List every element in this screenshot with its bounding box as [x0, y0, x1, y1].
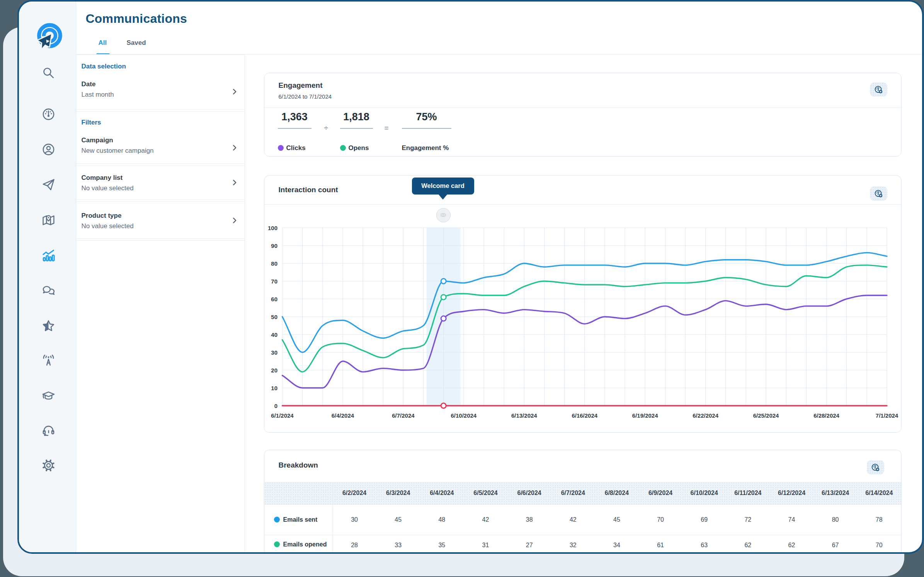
- breakdown-header-row: 6/2/20246/3/20246/4/20246/5/20246/6/2024…: [264, 482, 901, 505]
- breakdown-value-cell: 45: [376, 505, 420, 535]
- sidebar-item-settings[interactable]: [41, 458, 56, 473]
- breakdown-corner-cell: [264, 482, 333, 504]
- x-tick-label: 6/28/2024: [813, 412, 839, 419]
- stat-label: Engagement %: [402, 144, 449, 152]
- x-tick-label: 6/10/2024: [451, 412, 476, 419]
- breakdown-column-header: 6/3/2024: [376, 482, 420, 504]
- page-title: Communications: [86, 12, 187, 26]
- stat-label: Clicks: [286, 144, 306, 152]
- engagement-card: Engagement 6/1/2024 to 7/1/2024 1,: [264, 73, 902, 157]
- chevron-right-icon[interactable]: [230, 87, 239, 96]
- breakdown-row: Emails opened28333531273234616362626770: [264, 535, 901, 554]
- breakdown-value-cell: 62: [770, 535, 813, 554]
- chevron-right-icon[interactable]: [230, 143, 239, 152]
- opens-dot: [340, 145, 346, 151]
- filter-value: New customer campaign: [82, 147, 154, 155]
- breakdown-value-cell: 70: [857, 535, 901, 554]
- tab-all[interactable]: All: [99, 39, 107, 47]
- y-tick-label: 80: [271, 260, 277, 266]
- sidebar-item-conversations[interactable]: [41, 283, 56, 299]
- breakdown-value-cell: 69: [682, 505, 726, 535]
- breakdown-column-header: 6/7/2024: [551, 482, 595, 504]
- sidebar-item-broadcast[interactable]: [41, 353, 56, 369]
- tab-saved[interactable]: Saved: [127, 39, 146, 47]
- breakdown-column-header: 6/10/2024: [682, 482, 726, 504]
- breakdown-value-cell: 74: [770, 505, 813, 535]
- section-heading: Filters: [82, 119, 101, 126]
- equals-operator: =: [385, 124, 389, 132]
- annotation-icon-circle[interactable]: [436, 208, 451, 222]
- envelope-icon: [440, 212, 447, 219]
- sidebar-item-contacts[interactable]: [41, 142, 56, 157]
- sidebar-item-academy[interactable]: [41, 388, 56, 404]
- filters-panel: Data selection Date Last month Filters C…: [76, 55, 245, 554]
- stat-underline: [278, 128, 311, 129]
- divide-operator: ÷: [324, 124, 328, 132]
- x-tick-label: 6/19/2024: [632, 412, 658, 419]
- breakdown-value-cell: 38: [507, 505, 551, 535]
- y-tick-label: 60: [271, 295, 277, 302]
- series-dot: [274, 541, 280, 547]
- y-tick-label: 90: [271, 242, 277, 249]
- x-tick-label: 6/4/2024: [331, 412, 354, 419]
- breakdown-value-cell: 42: [464, 505, 507, 535]
- row-label: Emails sent: [283, 516, 318, 523]
- breakdown-row-label-cell: Emails opened: [264, 535, 333, 554]
- breakdown-value-cell: 62: [726, 535, 770, 554]
- breakdown-column-header: 6/6/2024: [507, 482, 551, 504]
- filter-product-type[interactable]: Product type No value selected: [76, 201, 245, 239]
- sidebar-item-support[interactable]: [41, 423, 56, 439]
- sidebar-item-analytics[interactable]: [41, 248, 56, 263]
- sidebar-item-map[interactable]: [41, 213, 56, 228]
- app-logo[interactable]: [35, 22, 63, 51]
- breakdown-value-cell: 28: [333, 535, 376, 554]
- breakdown-value-cell: 70: [638, 505, 682, 535]
- card-subtitle: 6/1/2024 to 7/1/2024: [279, 93, 332, 100]
- sidebar-item-favorites[interactable]: [41, 318, 56, 334]
- chevron-right-icon[interactable]: [230, 216, 239, 225]
- series-marker: [441, 294, 446, 299]
- breakdown-value-cell: 33: [376, 535, 420, 554]
- y-tick-label: 50: [271, 313, 277, 320]
- card-title: Breakdown: [279, 461, 318, 469]
- filter-value: Last month: [82, 91, 114, 99]
- sidebar-item-search[interactable]: [41, 65, 56, 81]
- app-window: Communications All Saved Data selection …: [17, 0, 924, 554]
- filter-campaign[interactable]: Filters Campaign New customer campaign: [76, 111, 245, 164]
- breakdown-value-cell: 72: [726, 505, 770, 535]
- breakdown-value-cell: 42: [551, 505, 595, 535]
- x-tick-label: 6/22/2024: [693, 412, 718, 419]
- breakdown-column-header: 6/2/2024: [333, 482, 376, 504]
- filter-value: No value selected: [82, 222, 134, 230]
- breakdown-value-cell: 27: [507, 535, 551, 554]
- breakdown-value-cell: 80: [813, 505, 857, 535]
- x-tick-label: 6/13/2024: [511, 412, 537, 419]
- breakdown-column-header: 6/9/2024: [638, 482, 682, 504]
- card-title: Interaction count: [279, 186, 338, 194]
- add-to-dashboard-button[interactable]: [867, 460, 884, 475]
- clicks-dot: [278, 145, 284, 151]
- stat-underline: [340, 128, 373, 129]
- add-to-dashboard-button[interactable]: [870, 186, 887, 201]
- interaction-chart: 01020304050607080901006/1/20246/4/20246/…: [255, 209, 912, 425]
- stat-value: 1,818: [340, 111, 373, 123]
- breakdown-value-cell: 48: [420, 505, 464, 535]
- add-to-dashboard-button[interactable]: [870, 82, 887, 97]
- breakdown-value-cell: 61: [638, 535, 682, 554]
- x-tick-label: 6/7/2024: [392, 412, 415, 419]
- breakdown-value-cell: 35: [420, 535, 464, 554]
- filter-label: Company list: [82, 174, 123, 182]
- filter-company-list[interactable]: Company list No value selected: [76, 166, 245, 200]
- filter-label: Campaign: [82, 137, 113, 144]
- sidebar-item-send[interactable]: [41, 177, 56, 193]
- sidebar-item-dashboard[interactable]: [41, 107, 56, 122]
- filter-panel-empty: [76, 240, 245, 554]
- chevron-right-icon[interactable]: [230, 178, 239, 187]
- y-tick-label: 30: [271, 349, 277, 355]
- breakdown-row-label-cell: Emails sent: [264, 505, 333, 535]
- filter-label: Date: [82, 80, 96, 88]
- row-label: Emails opened: [283, 541, 327, 548]
- breakdown-value-cell: 31: [464, 535, 507, 554]
- filter-date[interactable]: Data selection Date Last month: [76, 55, 245, 110]
- series-marker: [441, 278, 446, 283]
